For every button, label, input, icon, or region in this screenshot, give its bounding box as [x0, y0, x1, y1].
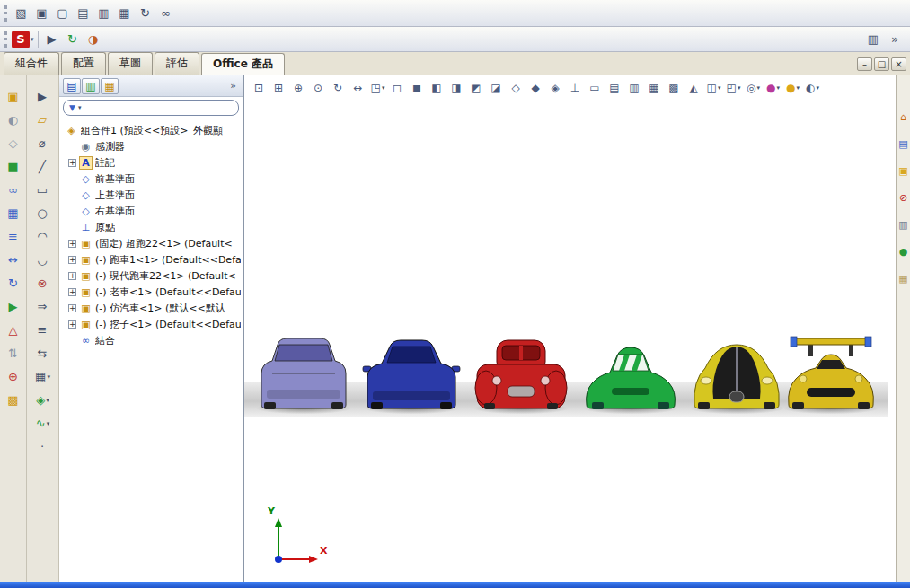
move-component[interactable]: ↔ [3, 250, 24, 270]
toolbar-overflow[interactable]: » [885, 30, 905, 49]
sketch[interactable]: ▱ [32, 110, 54, 130]
solidworks-search[interactable]: ⊘ [897, 190, 910, 205]
windows-taskbar[interactable] [0, 582, 910, 588]
convert-entities[interactable]: ⇒ [32, 296, 54, 317]
normal-to[interactable]: ⊥ [566, 79, 585, 97]
cascade-windows[interactable]: ▤ [74, 4, 93, 23]
right-view[interactable]: ◨ [447, 79, 466, 97]
expand-icon[interactable] [68, 159, 76, 167]
change-transparency[interactable]: ◇ [3, 133, 24, 154]
tree-item-modern-car22[interactable]: (-) 現代跑車22<1> (Default< [63, 268, 241, 284]
tree-item-digger[interactable]: (-) 挖子<1> (Default<<Defau [63, 316, 241, 332]
tab-sketch[interactable]: 草圖 [108, 52, 153, 75]
explode-line-sketch[interactable]: ⇅ [3, 343, 24, 364]
car-blue-sedan[interactable] [362, 334, 461, 409]
featuremanager-tree-tab[interactable]: ▤ [63, 78, 81, 94]
assembly-features[interactable]: ▩ [3, 390, 24, 410]
circle[interactable]: ○ [32, 203, 54, 224]
expand-icon[interactable] [68, 288, 76, 296]
mate[interactable]: ∞ [3, 180, 24, 200]
insert-component[interactable]: ▣ [3, 86, 24, 107]
tile-windows[interactable]: ▥ [94, 4, 114, 23]
view-palette[interactable]: ▥ [897, 217, 910, 232]
open-recent[interactable]: ▦ [115, 4, 135, 23]
new-motion-study[interactable]: ▶ [3, 296, 24, 317]
tab-layout[interactable]: 配置 [61, 52, 106, 75]
appearances-scenes[interactable]: ● [897, 244, 910, 259]
tree-item-supercar22[interactable]: (固定) 超跑22<1> (Default< [63, 235, 241, 251]
back-view[interactable]: ◼ [408, 79, 427, 97]
shaded-with-edges[interactable]: ▦ [645, 79, 664, 97]
propertymanager-tab[interactable]: ▥ [82, 78, 100, 94]
spline[interactable]: ∿▾ [32, 413, 54, 434]
select[interactable]: ▶ [32, 86, 54, 107]
tree-item-old-car[interactable]: (-) 老車<1> (Default<<Defau [63, 284, 241, 300]
expand-icon[interactable] [68, 143, 76, 151]
hidden-lines-visible[interactable]: ▤ [605, 79, 624, 97]
zoom-to-area[interactable]: ⊞ [269, 79, 288, 97]
minimize-button[interactable]: – [857, 57, 872, 71]
expand-icon[interactable] [68, 320, 76, 329]
section-view[interactable]: ◭ [685, 79, 703, 97]
tree-item-front-plane[interactable]: 前基準面 [63, 171, 241, 187]
tab-evaluate[interactable]: 評估 [155, 52, 199, 75]
trim-entities[interactable]: ⊗ [32, 273, 54, 294]
tree-item-right-plane[interactable]: 右基準面 [63, 203, 241, 219]
exploded-view[interactable]: △ [3, 320, 24, 340]
logo-dropdown-arrow[interactable]: ▾ [31, 36, 34, 43]
solidworks-logo-icon[interactable]: S [12, 31, 30, 48]
offset-entities[interactable]: ≡ [32, 320, 54, 340]
car-red-classic[interactable] [472, 334, 570, 409]
linear-component-pattern[interactable]: ▦ [3, 203, 24, 224]
hyperlink[interactable]: ∞ [156, 4, 176, 23]
rebuild[interactable]: ↻ [63, 30, 83, 49]
smart-dimension[interactable]: ⌀ [32, 133, 54, 154]
toolbar-grip[interactable] [4, 5, 8, 22]
edit-appearance[interactable]: ●▾ [764, 79, 782, 97]
expand-icon[interactable] [68, 175, 76, 183]
bottom-view[interactable]: ◪ [487, 79, 506, 97]
expand-icon[interactable] [68, 337, 76, 345]
solidworks-resources[interactable]: ⌂ [897, 110, 910, 124]
refresh-view[interactable]: ↻ [136, 4, 155, 23]
configurationmanager-tab[interactable]: ▦ [101, 78, 119, 94]
zoom-in-out[interactable]: ⊕ [289, 79, 308, 97]
apply-scene[interactable]: ●▾ [783, 79, 802, 97]
restore-button[interactable]: □ [874, 57, 889, 71]
tab-assembly[interactable]: 組合件 [4, 52, 59, 75]
car-yellow-bugatti[interactable] [687, 334, 786, 409]
interference-detection[interactable]: ⊕ [3, 366, 24, 387]
panel-overflow-button[interactable]: » [227, 80, 239, 92]
appearance-color[interactable]: ◑ [84, 30, 103, 49]
trimetric-view[interactable]: ◈ [546, 79, 565, 97]
expand-icon[interactable] [68, 224, 76, 232]
tab-office-products[interactable]: Office 產品 [201, 53, 285, 75]
zoom-to-selection[interactable]: ⊙ [309, 79, 328, 97]
dimetric-view[interactable]: ◆ [526, 79, 545, 97]
rotate-view[interactable]: ↻ [329, 79, 348, 97]
display-style[interactable]: ◰▾ [724, 79, 743, 97]
close-button[interactable]: × [891, 57, 906, 71]
display-relations[interactable]: ◈▾ [32, 390, 54, 410]
tree-item-origin[interactable]: 原點 [63, 219, 241, 235]
expand-icon[interactable] [68, 191, 76, 199]
filter-bar[interactable]: ▼ ▾ [63, 100, 239, 116]
tree-item-top-plane[interactable]: 上基準面 [63, 187, 241, 203]
corner-rectangle[interactable]: ▭ [32, 180, 54, 200]
sketch-point[interactable]: · [32, 436, 54, 457]
filter-dropdown-arrow[interactable]: ▾ [78, 104, 82, 111]
select-tool[interactable]: ▶ [42, 30, 62, 49]
screen-capture[interactable]: ▣ [32, 4, 52, 23]
expand-icon[interactable] [68, 304, 76, 312]
expand-icon[interactable] [68, 272, 76, 280]
mirror-entities[interactable]: ⇆ [32, 343, 54, 364]
hidden-lines-removed[interactable]: ▥ [625, 79, 644, 97]
file-explorer[interactable]: ▣ [897, 163, 910, 178]
smart-fasteners[interactable]: ≡ [3, 226, 24, 247]
car-yellow-racer[interactable] [782, 334, 880, 409]
car-green-sports[interactable] [581, 334, 680, 409]
expand-icon[interactable] [68, 207, 76, 215]
tree-item-annotations[interactable]: 註記 [63, 154, 241, 171]
hide-show-items[interactable]: ◎▾ [744, 79, 763, 97]
expand-icon[interactable] [68, 240, 76, 248]
